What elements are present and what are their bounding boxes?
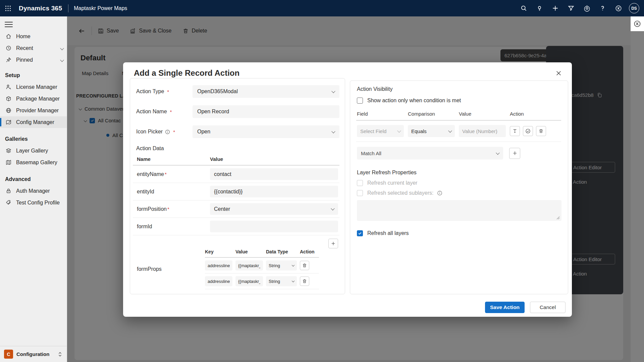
chevron-down-icon xyxy=(331,129,335,133)
unchecked-checkbox[interactable] xyxy=(357,98,363,104)
copilot-rail-button[interactable] xyxy=(631,16,644,31)
formprops-row: String xyxy=(205,258,319,274)
table-row-formid: formId xyxy=(133,218,339,235)
formprops-section: formProps Key Value Data Type Action Str… xyxy=(133,249,339,289)
brand-title[interactable]: Dynamics 365 xyxy=(19,5,62,12)
copilot-icon[interactable] xyxy=(610,0,626,16)
refresh-all-layers-row[interactable]: Refresh all layers xyxy=(357,230,561,236)
chevron-down-icon xyxy=(448,129,452,132)
sidebar-item-layer-gallery[interactable]: Layer Gallery xyxy=(0,145,67,157)
dialog-title: Add a Single Record Action xyxy=(134,68,239,78)
sidebar-item-home[interactable]: Home xyxy=(0,31,67,42)
filter-icon[interactable] xyxy=(563,0,579,16)
info-icon[interactable] xyxy=(437,190,442,196)
prop-value-input[interactable] xyxy=(235,260,263,270)
checked-checkbox[interactable] xyxy=(357,230,363,236)
confirm-condition-button[interactable] xyxy=(523,126,533,136)
search-icon[interactable] xyxy=(516,0,532,16)
add-formprop-button[interactable] xyxy=(328,239,338,248)
prop-datatype-dropdown[interactable]: String xyxy=(266,260,297,270)
chevron-down-icon xyxy=(60,46,64,50)
action-type-dropdown[interactable]: OpenD365Modal xyxy=(193,85,339,98)
home-icon xyxy=(5,34,12,39)
letter-t-icon xyxy=(513,129,517,133)
table-row-entityname: entityName* xyxy=(133,166,339,183)
trash-icon xyxy=(539,129,543,133)
action-settings-panel: Action Type* OpenD365Modal Action Name* … xyxy=(130,78,345,294)
sidebar-item-recent[interactable]: Recent xyxy=(0,42,67,54)
cancel-button[interactable]: Cancel xyxy=(530,302,566,313)
formprops-label: formProps xyxy=(133,266,189,272)
layer-refresh-header: Layer Refresh Properties xyxy=(357,170,561,176)
action-visibility-header: Action Visibility xyxy=(357,86,561,92)
chevron-down-icon xyxy=(60,58,64,62)
info-icon[interactable] xyxy=(165,129,170,134)
environment-badge: C xyxy=(4,350,13,359)
delete-prop-button[interactable] xyxy=(300,261,309,270)
delete-condition-button[interactable] xyxy=(536,126,546,136)
save-action-button[interactable]: Save Action xyxy=(485,302,525,313)
match-row: Match All xyxy=(357,147,561,160)
icon-picker-dropdown[interactable]: Open xyxy=(193,125,339,138)
disabled-checkbox xyxy=(357,180,363,186)
prop-key-input[interactable] xyxy=(205,276,232,286)
formprops-row: String xyxy=(205,274,319,289)
prop-value-input[interactable] xyxy=(235,276,263,286)
condition-value-input[interactable] xyxy=(459,125,506,137)
prop-datatype-dropdown[interactable]: String xyxy=(266,276,297,286)
chevron-down-icon xyxy=(331,89,335,93)
sublayers-textarea[interactable] xyxy=(357,200,561,221)
plus-icon xyxy=(513,151,517,156)
sidebar-item-pinned[interactable]: Pinned xyxy=(0,54,67,66)
condition-checkbox-row[interactable]: Show action only when condition is met xyxy=(357,98,561,104)
add-condition-button[interactable] xyxy=(509,148,520,159)
environment-switcher[interactable]: C Configuration xyxy=(0,346,67,362)
hamburger-menu-icon[interactable] xyxy=(5,22,13,27)
resize-handle-icon[interactable] xyxy=(556,216,560,220)
chevron-down-icon xyxy=(397,129,401,132)
prop-key-input[interactable] xyxy=(205,260,232,270)
sidebar-group-setup: Setup xyxy=(0,72,67,78)
help-icon[interactable] xyxy=(595,0,610,16)
table-row-entityid: entityId xyxy=(133,183,339,200)
comparison-dropdown[interactable]: Equals xyxy=(408,125,455,137)
sidebar-item-auth-manager[interactable]: Auth Manager xyxy=(0,185,67,197)
chevron-down-icon xyxy=(292,280,294,282)
user-avatar[interactable]: DS xyxy=(629,3,639,13)
lightbulb-icon[interactable] xyxy=(532,0,547,16)
action-name-label: Action Name* xyxy=(136,109,193,115)
sidebar-item-test-config-profile[interactable]: Test Config Profile xyxy=(0,197,67,208)
sidebar-item-basemap-gallery[interactable]: Basemap Gallery xyxy=(0,157,67,168)
app-name[interactable]: Maptaskr Power Maps xyxy=(74,5,127,11)
sidebar-item-package-manager[interactable]: Package Manager xyxy=(0,93,67,105)
screen: Dynamics 365 Maptaskr Power Maps xyxy=(0,0,644,362)
action-visibility-panel: Action Visibility Show action only when … xyxy=(350,80,568,294)
topbar-divider xyxy=(68,4,68,12)
chevron-down-icon xyxy=(331,206,334,210)
add-plus-icon[interactable] xyxy=(547,0,563,16)
visibility-columns: Field Comparison Value Action xyxy=(356,111,561,121)
chevron-down-icon xyxy=(496,151,499,155)
delete-prop-button[interactable] xyxy=(300,277,309,286)
close-icon[interactable] xyxy=(552,67,565,79)
text-type-button[interactable] xyxy=(510,126,520,136)
formid-input[interactable] xyxy=(210,221,338,232)
entityname-input[interactable] xyxy=(210,168,338,180)
sidebar-item-license-manager[interactable]: License Manager xyxy=(0,81,67,93)
action-name-input[interactable] xyxy=(193,105,339,118)
match-all-dropdown[interactable]: Match All xyxy=(357,147,503,160)
globe-icon xyxy=(5,108,12,113)
package-cube-icon xyxy=(5,96,12,102)
entityid-input[interactable] xyxy=(210,186,338,197)
updown-chevrons-icon xyxy=(57,351,63,357)
sidebar-item-config-manager[interactable]: Config Manager xyxy=(0,116,67,128)
add-single-record-action-dialog: Add a Single Record Action Action Type* … xyxy=(123,62,572,317)
refresh-sublayers-row: Refresh selected sublayers: xyxy=(357,190,561,196)
sidebar-item-provider-manager[interactable]: Provider Manager xyxy=(0,105,67,116)
disabled-checkbox xyxy=(357,190,363,196)
formposition-dropdown[interactable]: Center xyxy=(210,203,338,215)
select-field-dropdown[interactable]: Select Field xyxy=(357,125,404,137)
settings-gear-icon[interactable] xyxy=(579,0,595,16)
action-data-columns: Name Value xyxy=(133,156,339,166)
app-launcher-waffle-icon[interactable] xyxy=(0,0,16,16)
